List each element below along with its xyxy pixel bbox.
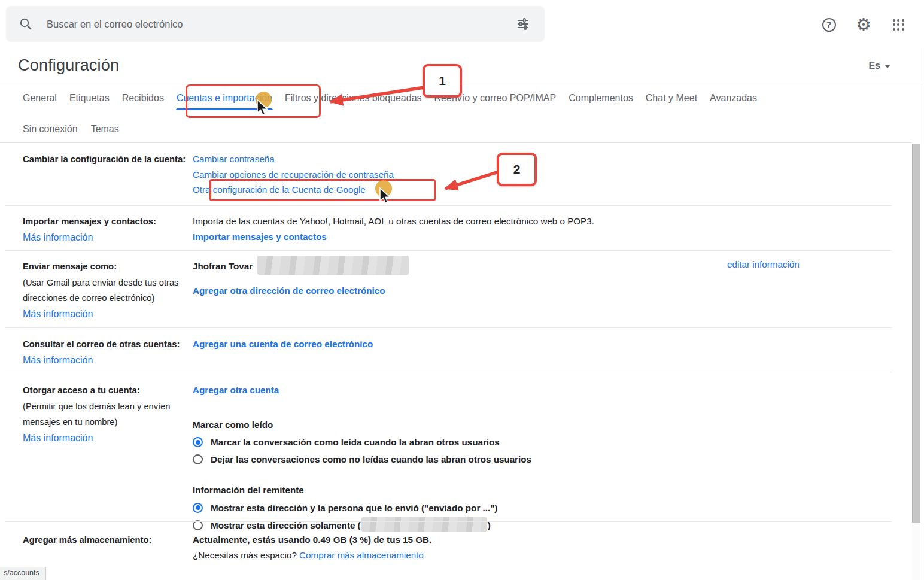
radio-mark-read-selected[interactable] <box>193 437 203 447</box>
radio-label[interactable]: Mostrar esta dirección y la persona que … <box>211 501 497 515</box>
redacted-email <box>257 256 409 275</box>
tab-etiquetas[interactable]: Etiquetas <box>69 89 110 113</box>
mark-as-read-group: Marcar como leído Marcar la conversación… <box>193 417 892 467</box>
add-mail-account-link[interactable]: Agregar una cuenta de correo electrónico <box>193 339 373 349</box>
row-label: Consultar el correo de otras cuentas: <box>23 336 193 353</box>
chevron-down-icon <box>885 65 890 68</box>
tab-general[interactable]: General <box>22 89 57 113</box>
scrollbar-track[interactable] <box>912 144 920 580</box>
mouse-cursor-icon <box>379 187 394 204</box>
settings-tabs-row1: General Etiquetas Recibidos Cuentas e im… <box>22 89 758 113</box>
add-another-account-link[interactable]: Agregar otra cuenta <box>193 385 279 395</box>
tab-recibidos[interactable]: Recibidos <box>121 89 165 113</box>
group-heading: Información del remitente <box>193 482 892 498</box>
row-label: Otorgar acceso a tu cuenta: <box>23 382 193 399</box>
settings-tabs-row2: Sin conexión Temas <box>22 120 120 144</box>
language-label: Es <box>868 60 880 71</box>
row-label: Importar mensajes y contactos: <box>23 214 193 230</box>
status-url-tooltip: s/accounts <box>0 567 46 580</box>
edit-info-link[interactable]: editar información <box>727 259 800 269</box>
row-note: (Usar Gmail para enviar desde tus otras … <box>23 275 193 306</box>
language-selector[interactable]: Es <box>868 60 890 71</box>
row-storage: Agregar más almacenamiento: Actualmente,… <box>0 532 892 563</box>
redacted-email <box>361 517 487 532</box>
radio-label[interactable]: Mostrar esta dirección solamente () <box>211 518 491 533</box>
radio-label[interactable]: Dejar las conversaciones como no leídas … <box>211 453 531 467</box>
import-messages-link[interactable]: Importar mensajes y contactos <box>193 232 327 242</box>
tab-complementos[interactable]: Complementos <box>568 89 634 113</box>
more-info-link[interactable]: Más información <box>23 433 93 443</box>
storage-usage-text: Actualmente, estás usando 0.49 GB (3 %) … <box>193 532 892 548</box>
search-bar[interactable] <box>6 6 545 42</box>
mouse-cursor-icon <box>256 99 272 116</box>
import-description: Importa de las cuentas de Yahoo!, Hotmai… <box>193 214 892 229</box>
row-account-settings: Cambiar la configuración de la cuenta: C… <box>0 151 892 198</box>
more-info-link[interactable]: Más información <box>23 232 93 242</box>
add-email-address-link[interactable]: Agregar otra dirección de correo electró… <box>193 286 385 296</box>
annotation-step-1: 1 <box>423 64 462 98</box>
annotation-box-tab <box>186 84 321 118</box>
divider <box>5 250 892 251</box>
apps-grid-icon[interactable] <box>888 14 908 35</box>
change-password-link[interactable]: Cambiar contraseña <box>193 154 275 164</box>
divider <box>5 521 892 522</box>
row-label: Cambiar la configuración de la cuenta: <box>23 154 186 164</box>
search-options-tune-icon[interactable] <box>516 17 530 31</box>
sender-name: Jhofran Tovar <box>193 261 253 271</box>
divider <box>5 205 892 206</box>
search-icon[interactable] <box>19 17 32 31</box>
tab-sin-conexion[interactable]: Sin conexión <box>22 120 78 144</box>
row-label: Enviar mensaje como: <box>23 259 193 275</box>
help-icon[interactable]: ? <box>819 14 839 35</box>
divider <box>0 83 924 83</box>
search-input[interactable] <box>47 19 516 30</box>
divider <box>5 372 892 372</box>
gear-icon[interactable]: ⚙ <box>853 14 874 35</box>
tab-avanzadas[interactable]: Avanzadas <box>709 89 758 113</box>
row-check-other-accounts: Consultar el correo de otras cuentas: Má… <box>0 336 892 368</box>
row-import: Importar mensajes y contactos: Más infor… <box>0 214 892 245</box>
scrollbar-thumb[interactable] <box>912 144 920 523</box>
row-label: Agregar más almacenamiento: <box>23 532 193 548</box>
divider <box>5 327 892 328</box>
radio-label[interactable]: Marcar la conversación como leída cuando… <box>211 435 500 450</box>
page-title: Configuración <box>18 56 119 75</box>
gmail-settings-page: ? ⚙ Configuración Es General Etiquetas R… <box>0 0 924 580</box>
tab-temas[interactable]: Temas <box>90 120 120 144</box>
row-note: (Permitir que los demás lean y envíen me… <box>23 399 193 430</box>
change-password-recovery-link[interactable]: Cambiar opciones de recuperación de cont… <box>193 169 394 180</box>
radio-show-address-and-sender[interactable] <box>193 503 203 513</box>
more-info-link[interactable]: Más información <box>23 309 93 319</box>
sender-info-group: Información del remitente Mostrar esta d… <box>193 482 892 533</box>
buy-storage-link[interactable]: Comprar más almacenamiento <box>299 550 424 560</box>
more-info-link[interactable]: Más información <box>23 355 93 365</box>
radio-leave-unread[interactable] <box>193 454 203 464</box>
topbar-icons: ? ⚙ <box>819 14 908 35</box>
row-grant-access: Otorgar acceso a tu cuenta: (Permitir qu… <box>0 382 892 533</box>
annotation-box-link <box>209 179 436 201</box>
group-heading: Marcar como leído <box>193 417 892 433</box>
window-edge <box>922 48 922 580</box>
divider <box>0 142 911 143</box>
annotation-step-2: 2 <box>497 153 537 186</box>
storage-question: ¿Necesitas más espacio? <box>193 550 299 560</box>
tab-chat-y-meet[interactable]: Chat y Meet <box>645 89 698 113</box>
